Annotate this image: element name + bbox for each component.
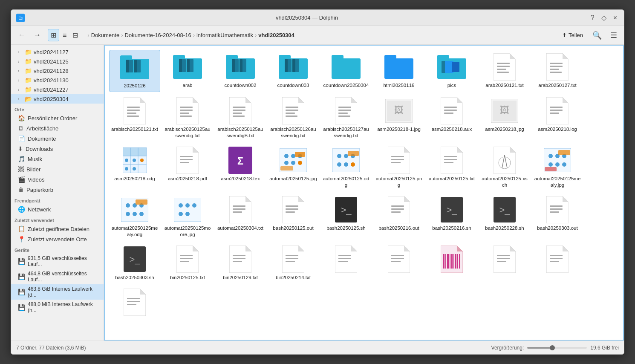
file-item-bin129[interactable]: bin20250129.txt [215,242,266,283]
file-item-bash125-sh[interactable]: >_ bash20250125.sh [320,193,372,240]
svg-rect-65 [286,107,298,108]
zoom-thumb[interactable] [550,345,555,350]
breadcrumb-dokumente16[interactable]: Dokumente-16-2024-08-16 [125,32,191,38]
file-item-html20250116[interactable]: html20250116 [373,50,424,92]
tree-item-vhdl20241125[interactable]: › 📁 vhdl20241125 [11,57,104,66]
file-item-bin214[interactable]: bin20250214.txt [268,242,319,283]
forward-button[interactable]: → [31,29,43,41]
file-item-countdown002[interactable]: countdown002 [215,50,266,92]
file-item-countdown20250304[interactable]: countdown20250304 [320,50,372,92]
svg-rect-242 [127,304,136,305]
minimize-button[interactable]: ◇ [600,13,608,23]
help-button[interactable]: ? [589,13,596,23]
sidebar-images[interactable]: 🖼 Bilder [11,164,104,174]
svg-rect-62 [233,116,245,117]
file-item-bash303-sh[interactable]: >_ bash20250303.sh [109,242,160,283]
file-item-pics[interactable]: pics [426,50,477,92]
toolbar: ← → ⊞ ≡ ⊟ › Dokumente › Dokumente-16-202… [11,26,624,45]
menu-button[interactable]: ☰ [608,29,620,42]
txt-file-icon [335,97,357,124]
file-item-extra4[interactable] [479,242,530,283]
sidebar-trash[interactable]: 🗑 Papierkorb [11,185,104,195]
folder-doors-icon [226,55,255,79]
breadcrumb-dokumente[interactable]: Dokumente [91,32,119,38]
file-item-arab[interactable]: arab [162,50,213,92]
svg-point-155 [133,212,137,216]
file-item-extra5[interactable] [532,242,583,283]
sidebar-network[interactable]: 🌐 Netzwerk [11,204,104,214]
txt-file-icon [176,147,199,174]
file-item-extra3[interactable] [426,242,477,283]
sidebar-desktop[interactable]: 🖥 Arbeitsfläche [11,123,104,133]
sidebar-music[interactable]: 🎵 Musik [11,154,104,164]
svg-rect-89 [550,110,563,111]
file-item-arabisch20250125a[interactable]: arabisch20250125auswendig.txt [162,94,213,142]
sidebar-drive-1[interactable]: 💾 931,5 GiB verschlüsseltes Lauf... [11,254,104,269]
file-item-automat-odg[interactable]: automat20250125.odg [320,143,372,191]
share-button[interactable]: ⬆ Teilen [559,30,586,40]
file-item-asm-jpg1[interactable]: 🖼 asm20250218-1.jpg [373,94,424,142]
file-item-arabisch20250121[interactable]: arabisch20250121.txt [109,94,160,142]
file-item-arabisch20250125b[interactable]: arabisch20250125auswendigB.txt [215,94,266,142]
file-item-arab20250121[interactable]: arab20250121.txt [479,50,530,92]
file-item-asm-pdf[interactable]: asm20250218.pdf [162,143,213,191]
file-item-arabisch20250127[interactable]: arabisch20250127auswendig.txt [320,94,372,142]
search-button[interactable]: 🔍 [590,29,604,42]
file-item-asm-jpg2[interactable]: 🖼 asm20250218.jpg [479,94,530,142]
file-item-moore-jpg[interactable]: automat20250125moore.jpg [162,193,213,240]
file-item-automat304-txt[interactable]: automat20250304.txt [215,193,266,240]
sidebar-recent-files[interactable]: 📋 Zuletzt geöffnete Dateien [11,224,104,234]
file-item-extra2[interactable] [373,242,424,283]
compact-view-button[interactable]: ≡ [60,29,69,41]
file-item-bash216-sh[interactable]: >_ bash20250216.sh [426,193,477,240]
tree-item-vhdl20241128[interactable]: › 📁 vhdl20241128 [11,66,104,75]
back-button[interactable]: ← [15,29,28,41]
file-item-asm-log[interactable]: asm20250218.log [532,94,583,142]
svg-rect-194 [180,255,193,256]
file-item-automat-txt[interactable]: automat20250125.txt [426,143,477,191]
svg-rect-50 [127,116,139,117]
tree-item-vhdl20250304[interactable]: › 📂 vhdl20250304 [11,94,104,104]
file-item-bin125[interactable]: bin20250125.txt [162,242,213,283]
file-item-asm-aux[interactable]: asm20250218.aux [426,94,477,142]
sidebar-drive-4[interactable]: 💾 488,0 MiB Internes Laufwerk (n... [11,300,104,315]
file-item-asm-odg[interactable]: asm20250218.odg [109,143,160,191]
file-item-countdown003[interactable]: countdown003 [268,50,319,92]
close-button[interactable]: × [612,13,619,23]
file-item-automat-jpg[interactable]: automat20250125.jpg [268,143,319,191]
detail-view-button[interactable]: ⊟ [70,29,81,41]
svg-rect-180 [391,211,401,213]
sidebar-recent-places[interactable]: 📍 Zuletzt verwendete Orte [11,234,104,244]
file-item-automat-xsch[interactable]: automat20250125.xsch [479,143,530,191]
file-item-20250126[interactable]: 20250126 [109,50,160,92]
file-grid: 20250126 arab [109,50,619,320]
file-item-extra6[interactable] [109,285,160,320]
svg-rect-171 [286,205,298,207]
tree-item-vhdl20241127[interactable]: › 📁 vhdl20241127 [11,47,104,57]
sidebar-documents[interactable]: 📄 Dokumente [11,133,104,144]
file-item-extra1[interactable] [320,242,372,283]
file-item-asm-tex[interactable]: Σ asm20250218.tex [215,143,266,191]
file-item-mealy-odg[interactable]: automat20250125mealy.odg [109,193,160,240]
breadcrumb-informatik[interactable]: informatikUmathematik [196,32,253,38]
svg-marker-229 [510,246,516,251]
img-file-icon: 🖼 [491,99,518,123]
file-item-bash216-out[interactable]: bash20250216.out [373,193,424,240]
file-item-arab20250127[interactable]: arab20250127.txt [532,50,583,92]
sidebar-drive-3[interactable]: 💾 463,8 GiB Internes Laufwerk (d... [11,284,104,300]
sidebar-videos[interactable]: 🎬 Videos [11,174,104,185]
file-item-arabisch20250126[interactable]: arabisch20250126auswendig.txt [268,94,319,142]
sh-file-icon: >_ [494,197,516,222]
tree-item-vhdl20241227[interactable]: › 📁 vhdl20241227 [11,85,104,94]
file-item-automat-png[interactable]: automat20250125.png [373,143,424,191]
tree-item-vhdl20241130[interactable]: › 📁 vhdl20241130 [11,75,104,85]
sidebar-downloads[interactable]: ⬇ Downloads [11,144,104,154]
file-item-bash303-out[interactable]: bash20250303.out [532,193,583,240]
icon-view-button[interactable]: ⊞ [48,29,59,41]
sidebar-personal-folder[interactable]: 🏠 Persönlicher Ordner [11,113,104,123]
zoom-slider[interactable] [527,347,587,349]
file-item-mealy-jpg[interactable]: automat20250125mealy.jpg [532,143,583,191]
file-item-bash125-out[interactable]: bash20250125.out [268,193,319,240]
file-item-bash228-sh[interactable]: >_ bash20250228.sh [479,193,530,240]
sidebar-drive-2[interactable]: 💾 464,8 GiB verschlüsseltes Lauf... [11,269,104,284]
